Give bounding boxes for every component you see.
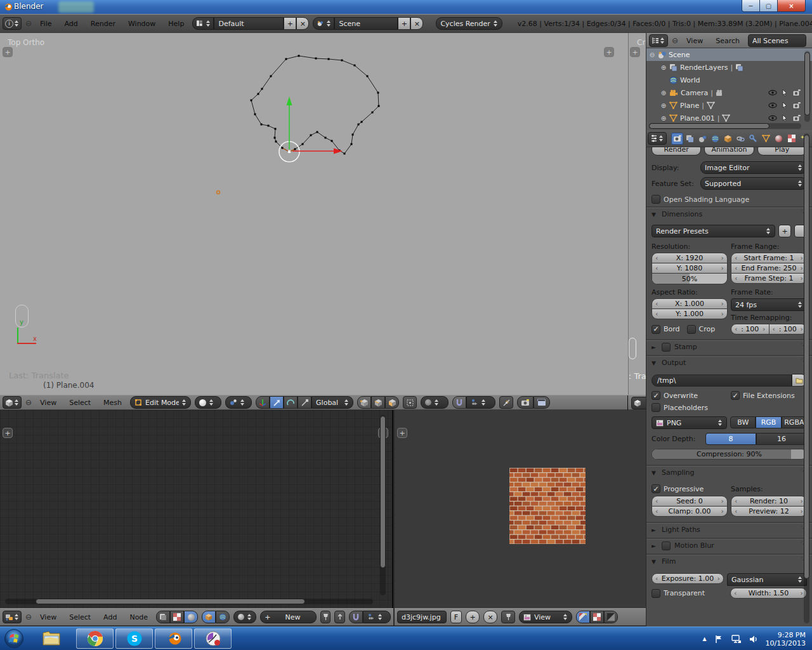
menu-search[interactable]: Search bbox=[711, 37, 744, 45]
tab-render-layers[interactable] bbox=[684, 133, 696, 145]
panel-light-paths-header[interactable]: ►Light Paths bbox=[646, 523, 812, 536]
frame-rate-select[interactable]: 24 fps bbox=[731, 298, 807, 311]
collapse-menus-icon[interactable]: ⊖ bbox=[25, 19, 32, 28]
collapse-icon[interactable]: ⊖ bbox=[649, 51, 655, 58]
outliner-row-scene[interactable]: ⊖ Scene bbox=[646, 48, 812, 61]
render-animation-button[interactable] bbox=[534, 396, 550, 409]
osl-checkbox[interactable] bbox=[652, 195, 660, 204]
display-select[interactable]: Image Editor bbox=[700, 161, 807, 174]
collapse-menus-icon[interactable]: ⊖ bbox=[25, 613, 32, 621]
new-material-button[interactable]: +New bbox=[260, 611, 317, 623]
copy-result-button[interactable] bbox=[499, 396, 513, 409]
panel-film-header[interactable]: ▼Film bbox=[646, 555, 812, 567]
end-frame-field[interactable]: End Frame: 250 bbox=[731, 263, 807, 274]
menu-mesh[interactable]: Mesh bbox=[99, 399, 126, 407]
collapse-menus-icon[interactable]: ⊖ bbox=[25, 398, 32, 407]
render-samples-field[interactable]: Render: 10 bbox=[731, 496, 807, 507]
snap-toggle-button[interactable] bbox=[349, 611, 363, 623]
renderability-camera-icon[interactable] bbox=[792, 114, 801, 122]
alpha-channel-button[interactable] bbox=[590, 611, 604, 623]
proportional-edit-select[interactable] bbox=[421, 396, 449, 409]
compositing-nodes-button[interactable] bbox=[156, 611, 170, 623]
material-datablock-icon[interactable] bbox=[233, 611, 256, 623]
remap-old-field[interactable]: : 100 bbox=[731, 324, 769, 335]
expand-icon[interactable]: ⊕ bbox=[660, 115, 667, 122]
file-extensions-checkbox[interactable]: ✓ bbox=[731, 391, 740, 400]
motion-blur-checkbox[interactable] bbox=[662, 541, 671, 550]
outliner-row-world[interactable]: World bbox=[646, 74, 812, 86]
menu-render[interactable]: Render bbox=[86, 20, 120, 28]
menu-help[interactable]: Help bbox=[164, 20, 188, 28]
expand-icon[interactable]: ⊕ bbox=[660, 90, 667, 96]
face-select-button[interactable] bbox=[385, 396, 399, 409]
bw-toggle[interactable]: BW bbox=[730, 416, 756, 428]
placeholders-checkbox[interactable] bbox=[652, 403, 660, 412]
stamp-checkbox[interactable] bbox=[662, 343, 671, 352]
menu-add[interactable]: Add bbox=[99, 613, 121, 621]
shader-nodes-button[interactable] bbox=[184, 611, 198, 623]
node-horizontal-scrollbar[interactable] bbox=[5, 599, 373, 604]
editor-type-selector[interactable] bbox=[3, 396, 22, 409]
skype-taskbar-button[interactable]: S bbox=[115, 628, 153, 649]
vertex-select-button[interactable] bbox=[357, 396, 371, 409]
tab-render[interactable] bbox=[671, 133, 683, 145]
properties-vertical-scrollbar[interactable] bbox=[804, 133, 809, 623]
world-shader-button[interactable] bbox=[216, 611, 230, 623]
tray-overflow-arrow-icon[interactable]: ▲ bbox=[702, 636, 706, 642]
snap-toggle-button[interactable] bbox=[452, 396, 466, 409]
menu-select[interactable]: Select bbox=[65, 613, 95, 621]
expand-icon[interactable]: ⊕ bbox=[660, 102, 667, 109]
visibility-eye-icon[interactable] bbox=[768, 89, 777, 96]
panel-dimensions-header[interactable]: ▼Dimensions bbox=[646, 208, 812, 220]
pivot-point-select[interactable] bbox=[225, 396, 252, 409]
renderability-camera-icon[interactable] bbox=[792, 89, 801, 96]
filter-type-select[interactable]: Gaussian bbox=[727, 573, 807, 586]
viewport-3d[interactable]: Top Ortho + + y x Last: Translate (1) Pl… bbox=[0, 33, 628, 395]
frame-step-field[interactable]: Frame Step: 1 bbox=[731, 273, 807, 284]
edge-select-button[interactable] bbox=[371, 396, 385, 409]
node-editor-canvas[interactable]: + + bbox=[0, 410, 393, 608]
menu-view[interactable]: View bbox=[682, 37, 707, 45]
outliner-horizontal-scrollbar[interactable] bbox=[649, 123, 801, 129]
menu-file[interactable]: File bbox=[36, 20, 56, 28]
menu-view[interactable]: View bbox=[36, 399, 61, 407]
progressive-checkbox[interactable]: ✓ bbox=[652, 484, 660, 493]
add-layout-button[interactable]: + bbox=[284, 17, 296, 30]
selectability-cursor-icon[interactable] bbox=[782, 89, 788, 96]
screen-layout-icon-button[interactable] bbox=[192, 17, 214, 30]
depth-8-toggle[interactable]: 8 bbox=[705, 433, 756, 445]
delete-layout-button[interactable]: × bbox=[296, 17, 309, 30]
compression-slider[interactable]: Compression: 90% bbox=[652, 449, 807, 460]
filter-width-field[interactable]: Width: 1.50 bbox=[730, 588, 807, 599]
snap-element-select[interactable] bbox=[363, 611, 391, 623]
resolution-x-field[interactable]: X: 1920 bbox=[652, 253, 728, 263]
editor-type-selector[interactable] bbox=[648, 132, 667, 145]
manipulator-translate-button[interactable] bbox=[270, 396, 284, 409]
image-editor-canvas[interactable]: + bbox=[395, 410, 646, 608]
preview-samples-field[interactable]: Preview: 12 bbox=[731, 506, 807, 517]
menu-window[interactable]: Window bbox=[124, 20, 160, 28]
panel-stamp-header[interactable]: ► Stamp bbox=[646, 340, 812, 353]
outliner-row-renderlayers[interactable]: ⊕ RenderLayers | bbox=[646, 61, 812, 74]
renderability-camera-icon[interactable] bbox=[792, 102, 801, 109]
tab-constraints[interactable] bbox=[735, 133, 747, 145]
play-button[interactable]: Play bbox=[757, 147, 807, 156]
clamp-field[interactable]: Clamp: 0.00 bbox=[652, 506, 728, 517]
network-icon[interactable] bbox=[731, 635, 742, 644]
image-name-field[interactable]: d3jc9jw.jpg bbox=[397, 611, 447, 623]
render-engine-select[interactable]: Cycles Render bbox=[436, 17, 502, 30]
animation-button[interactable]: Animation bbox=[704, 147, 754, 156]
viewport-sliver-region[interactable]: Cr + st: Tra bbox=[628, 33, 646, 395]
manipulator-scale-button[interactable] bbox=[298, 396, 311, 409]
pin-button[interactable] bbox=[320, 611, 331, 623]
render-still-button[interactable] bbox=[517, 396, 534, 409]
visibility-eye-icon[interactable] bbox=[768, 102, 777, 109]
resolution-y-field[interactable]: Y: 1080 bbox=[652, 263, 728, 274]
selectability-cursor-icon[interactable] bbox=[782, 114, 788, 122]
menu-select[interactable]: Select bbox=[65, 399, 95, 407]
menu-node[interactable]: Node bbox=[125, 613, 152, 621]
sliver-expand-button[interactable]: + bbox=[630, 47, 640, 57]
delete-scene-button[interactable]: × bbox=[410, 17, 423, 30]
limit-selection-visible-button[interactable] bbox=[403, 396, 417, 409]
outliner-row-plane001[interactable]: ⊕ Plane.001 | bbox=[646, 112, 812, 124]
